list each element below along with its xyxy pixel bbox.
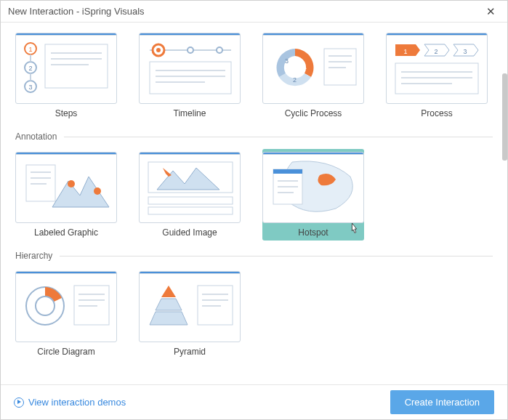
template-label: Guided Image: [162, 227, 217, 238]
template-steps[interactable]: 1 2 3 Steps: [15, 30, 117, 121]
template-label: Timeline: [174, 108, 206, 118]
svg-rect-17: [150, 62, 231, 94]
section-header-hierarchy: Hierarchy: [15, 251, 493, 261]
window-title: New Interaction - iSpring Visuals: [8, 6, 145, 17]
svg-rect-45: [273, 169, 302, 174]
svg-text:2: 2: [293, 76, 297, 84]
section-title: Hierarchy: [15, 251, 52, 261]
svg-text:1: 1: [303, 63, 307, 70]
template-timeline[interactable]: Timeline: [139, 30, 241, 121]
svg-rect-43: [148, 207, 233, 214]
cursor-pointer-icon: [348, 222, 361, 238]
template-guided-image[interactable]: Guided Image: [139, 149, 241, 241]
template-label: Steps: [55, 108, 78, 118]
template-label: Labeled Graphic: [34, 227, 98, 238]
svg-text:2: 2: [434, 48, 438, 55]
gallery-row: Labeled Graphic Guided Image: [15, 149, 493, 241]
template-hotspot[interactable]: Hotspot: [262, 149, 364, 241]
svg-point-50: [36, 296, 55, 315]
template-label: Hotspot: [298, 227, 328, 238]
create-interaction-button[interactable]: Create Interaction: [390, 390, 494, 414]
svg-text:3: 3: [285, 57, 289, 65]
svg-rect-8: [45, 44, 108, 88]
svg-point-14: [156, 48, 161, 52]
template-pyramid[interactable]: Pyramid: [139, 268, 241, 360]
svg-point-39: [68, 180, 75, 187]
svg-text:1: 1: [403, 48, 407, 55]
section-title: Annotation: [15, 132, 57, 142]
template-label: Pyramid: [174, 347, 206, 357]
gallery-row: Circle Diagram Pyramid: [15, 268, 493, 360]
close-icon[interactable]: ✕: [482, 4, 500, 20]
svg-point-16: [217, 47, 222, 53]
template-label: Process: [421, 108, 452, 118]
template-process[interactable]: 1 2 3 Process: [386, 30, 488, 121]
svg-text:3: 3: [28, 84, 32, 91]
demo-link-text: View interaction demos: [28, 397, 126, 408]
content-area: 1 2 3 Steps: [1, 23, 507, 384]
play-icon: [14, 397, 24, 408]
template-label: Cyclic Process: [285, 108, 342, 118]
template-circle-diagram[interactable]: Circle Diagram: [15, 268, 117, 360]
svg-point-40: [94, 187, 101, 195]
titlebar: New Interaction - iSpring Visuals ✕: [1, 1, 507, 23]
template-label: Circle Diagram: [37, 347, 94, 357]
template-labeled-graphic[interactable]: Labeled Graphic: [15, 149, 117, 241]
svg-rect-42: [148, 197, 233, 204]
gallery-row: 1 2 3 Steps: [15, 30, 493, 121]
view-demos-link[interactable]: View interaction demos: [14, 397, 126, 408]
svg-point-15: [188, 47, 193, 53]
scrollbar[interactable]: [502, 73, 507, 161]
svg-text:1: 1: [28, 46, 32, 53]
footer: View interaction demos Create Interactio…: [1, 384, 507, 419]
svg-text:3: 3: [463, 48, 467, 55]
template-cyclic-process[interactable]: 1 2 3 Cyclic Process: [262, 30, 364, 121]
svg-text:2: 2: [28, 65, 32, 72]
section-header-annotation: Annotation: [15, 132, 493, 142]
